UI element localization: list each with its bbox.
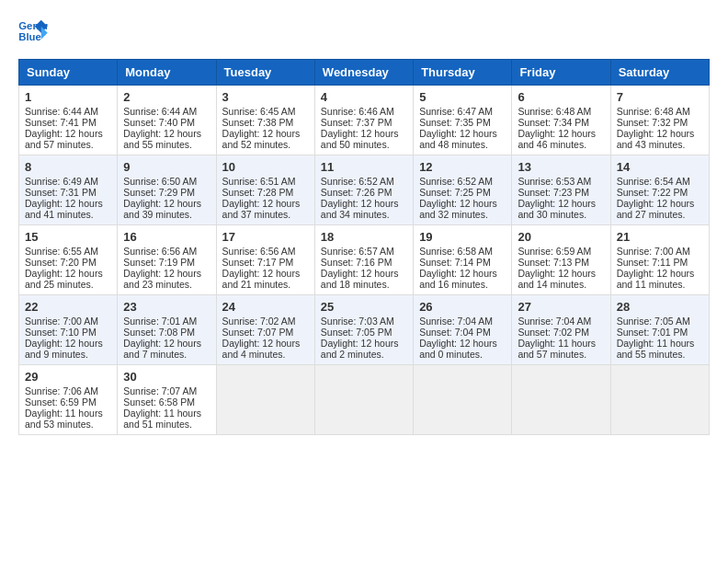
daylight-label: Daylight: 12 hours and 4 minutes. bbox=[222, 338, 301, 360]
day-number: 22 bbox=[25, 300, 111, 314]
sunset: Sunset: 6:58 PM bbox=[123, 396, 195, 408]
calendar-cell: 19Sunrise: 6:58 AMSunset: 7:14 PMDayligh… bbox=[414, 225, 512, 295]
sunrise: Sunrise: 7:06 AM bbox=[25, 385, 98, 396]
sunset: Sunset: 7:35 PM bbox=[419, 117, 491, 128]
sunset: Sunset: 7:37 PM bbox=[321, 117, 392, 128]
calendar-table: SundayMondayTuesdayWednesdayThursdayFrid… bbox=[18, 59, 710, 435]
daylight-label: Daylight: 12 hours and 41 minutes. bbox=[25, 198, 103, 220]
daylight-label: Daylight: 12 hours and 11 minutes. bbox=[617, 268, 695, 290]
sunrise: Sunrise: 6:57 AM bbox=[321, 246, 394, 257]
sunrise: Sunrise: 6:44 AM bbox=[25, 106, 98, 117]
day-number: 15 bbox=[25, 230, 111, 244]
header-friday: Friday bbox=[512, 60, 610, 86]
daylight-label: Daylight: 12 hours and 25 minutes. bbox=[25, 268, 103, 290]
day-number: 12 bbox=[419, 160, 506, 174]
week-row-4: 29Sunrise: 7:06 AMSunset: 6:59 PMDayligh… bbox=[19, 365, 710, 435]
daylight-label: Daylight: 12 hours and 21 minutes. bbox=[222, 268, 301, 290]
calendar-cell: 6Sunrise: 6:48 AMSunset: 7:34 PMDaylight… bbox=[512, 86, 610, 155]
sunrise: Sunrise: 7:07 AM bbox=[123, 385, 197, 396]
daylight-label: Daylight: 12 hours and 16 minutes. bbox=[419, 268, 497, 290]
daylight-label: Daylight: 12 hours and 39 minutes. bbox=[123, 198, 201, 220]
week-row-2: 15Sunrise: 6:55 AMSunset: 7:20 PMDayligh… bbox=[19, 225, 710, 295]
sunrise: Sunrise: 6:51 AM bbox=[222, 176, 296, 187]
sunrise: Sunrise: 7:05 AM bbox=[617, 316, 690, 327]
daylight-label: Daylight: 12 hours and 14 minutes. bbox=[518, 268, 596, 290]
day-number: 6 bbox=[518, 90, 604, 104]
day-number: 5 bbox=[419, 90, 506, 104]
day-number: 2 bbox=[123, 90, 210, 104]
sunset: Sunset: 7:10 PM bbox=[25, 327, 97, 338]
sunset: Sunset: 7:07 PM bbox=[222, 327, 294, 338]
calendar-cell: 21Sunrise: 7:00 AMSunset: 7:11 PMDayligh… bbox=[610, 225, 709, 295]
calendar-cell: 20Sunrise: 6:59 AMSunset: 7:13 PMDayligh… bbox=[512, 225, 610, 295]
sunset: Sunset: 7:11 PM bbox=[617, 257, 688, 268]
daylight-label: Daylight: 12 hours and 0 minutes. bbox=[419, 338, 497, 360]
calendar-cell: 22Sunrise: 7:00 AMSunset: 7:10 PMDayligh… bbox=[19, 295, 118, 365]
sunset: Sunset: 7:28 PM bbox=[222, 187, 294, 198]
sunrise: Sunrise: 6:50 AM bbox=[123, 176, 197, 187]
calendar-cell: 4Sunrise: 6:46 AMSunset: 7:37 PMDaylight… bbox=[314, 86, 413, 155]
daylight-label: Daylight: 12 hours and 34 minutes. bbox=[321, 198, 399, 220]
week-row-0: 1Sunrise: 6:44 AMSunset: 7:41 PMDaylight… bbox=[19, 86, 710, 155]
calendar-cell bbox=[512, 365, 610, 435]
day-number: 16 bbox=[123, 230, 210, 244]
sunrise: Sunrise: 6:54 AM bbox=[617, 176, 690, 187]
day-number: 29 bbox=[25, 370, 111, 384]
sunrise: Sunrise: 7:04 AM bbox=[518, 316, 591, 327]
calendar-cell: 9Sunrise: 6:50 AMSunset: 7:29 PMDaylight… bbox=[118, 155, 216, 225]
day-number: 24 bbox=[222, 300, 309, 314]
calendar-cell: 15Sunrise: 6:55 AMSunset: 7:20 PMDayligh… bbox=[19, 225, 118, 295]
sunrise: Sunrise: 7:03 AM bbox=[321, 316, 394, 327]
sunrise: Sunrise: 6:49 AM bbox=[25, 176, 98, 187]
daylight-label: Daylight: 12 hours and 9 minutes. bbox=[25, 338, 103, 360]
calendar-cell: 11Sunrise: 6:52 AMSunset: 7:26 PMDayligh… bbox=[314, 155, 413, 225]
sunset: Sunset: 6:59 PM bbox=[25, 396, 97, 408]
sunset: Sunset: 7:05 PM bbox=[321, 327, 392, 338]
day-number: 19 bbox=[419, 230, 506, 244]
daylight-label: Daylight: 12 hours and 55 minutes. bbox=[123, 128, 201, 150]
calendar-cell: 12Sunrise: 6:52 AMSunset: 7:25 PMDayligh… bbox=[414, 155, 512, 225]
day-number: 11 bbox=[321, 160, 407, 174]
sunset: Sunset: 7:22 PM bbox=[617, 187, 688, 198]
calendar-cell: 30Sunrise: 7:07 AMSunset: 6:58 PMDayligh… bbox=[118, 365, 216, 435]
sunrise: Sunrise: 6:55 AM bbox=[25, 246, 98, 257]
calendar-cell bbox=[414, 365, 512, 435]
day-number: 23 bbox=[123, 300, 210, 314]
sunrise: Sunrise: 7:02 AM bbox=[222, 316, 296, 327]
day-number: 30 bbox=[123, 370, 210, 384]
sunset: Sunset: 7:19 PM bbox=[123, 257, 195, 268]
daylight-label: Daylight: 12 hours and 52 minutes. bbox=[222, 128, 301, 150]
daylight-label: Daylight: 12 hours and 57 minutes. bbox=[25, 128, 103, 150]
calendar-cell bbox=[216, 365, 314, 435]
sunset: Sunset: 7:25 PM bbox=[419, 187, 491, 198]
day-number: 21 bbox=[617, 230, 703, 244]
calendar-cell: 25Sunrise: 7:03 AMSunset: 7:05 PMDayligh… bbox=[314, 295, 413, 365]
day-number: 8 bbox=[25, 160, 111, 174]
day-number: 14 bbox=[617, 160, 703, 174]
daylight-label: Daylight: 11 hours and 51 minutes. bbox=[123, 408, 201, 430]
calendar-cell: 5Sunrise: 6:47 AMSunset: 7:35 PMDaylight… bbox=[414, 86, 512, 155]
header-saturday: Saturday bbox=[610, 60, 709, 86]
sunset: Sunset: 7:08 PM bbox=[123, 327, 195, 338]
calendar-cell: 13Sunrise: 6:53 AMSunset: 7:23 PMDayligh… bbox=[512, 155, 610, 225]
sunset: Sunset: 7:38 PM bbox=[222, 117, 294, 128]
sunset: Sunset: 7:34 PM bbox=[518, 117, 589, 128]
calendar-cell: 18Sunrise: 6:57 AMSunset: 7:16 PMDayligh… bbox=[314, 225, 413, 295]
week-row-3: 22Sunrise: 7:00 AMSunset: 7:10 PMDayligh… bbox=[19, 295, 710, 365]
sunset: Sunset: 7:01 PM bbox=[617, 327, 688, 338]
sunrise: Sunrise: 6:59 AM bbox=[518, 246, 591, 257]
sunrise: Sunrise: 6:56 AM bbox=[222, 246, 296, 257]
daylight-label: Daylight: 12 hours and 48 minutes. bbox=[419, 128, 497, 150]
calendar-cell: 14Sunrise: 6:54 AMSunset: 7:22 PMDayligh… bbox=[610, 155, 709, 225]
calendar-cell bbox=[610, 365, 709, 435]
calendar-header-row: SundayMondayTuesdayWednesdayThursdayFrid… bbox=[19, 60, 710, 86]
day-number: 27 bbox=[518, 300, 604, 314]
day-number: 10 bbox=[222, 160, 309, 174]
header-thursday: Thursday bbox=[414, 60, 512, 86]
sunrise: Sunrise: 6:53 AM bbox=[518, 176, 591, 187]
sunrise: Sunrise: 6:47 AM bbox=[419, 106, 493, 117]
daylight-label: Daylight: 12 hours and 32 minutes. bbox=[419, 198, 497, 220]
calendar-cell: 24Sunrise: 7:02 AMSunset: 7:07 PMDayligh… bbox=[216, 295, 314, 365]
daylight-label: Daylight: 12 hours and 18 minutes. bbox=[321, 268, 399, 290]
calendar-cell: 7Sunrise: 6:48 AMSunset: 7:32 PMDaylight… bbox=[610, 86, 709, 155]
